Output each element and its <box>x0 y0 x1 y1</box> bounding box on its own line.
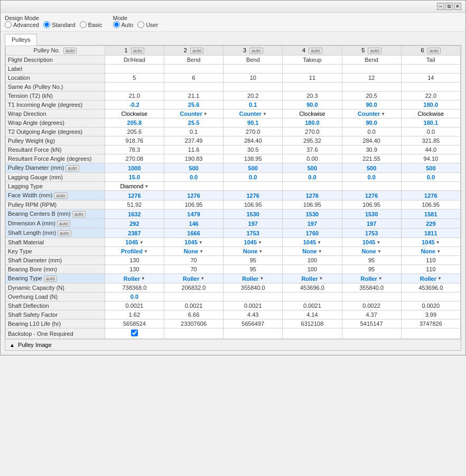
cell-r19-c4[interactable]: 1753 <box>342 228 401 238</box>
dropdown-arrow-icon[interactable]: ▼ <box>436 249 441 254</box>
dropdown-arrow-icon[interactable]: ▼ <box>141 276 145 281</box>
cell-r24-c0[interactable]: Roller▼ <box>105 274 164 283</box>
cell-r14-c0[interactable]: Diamond▼ <box>105 182 164 191</box>
cell-r26-c0[interactable]: 0.0 <box>105 292 164 301</box>
cell-r24-c5[interactable]: Roller▼ <box>401 274 460 283</box>
dropdown-arrow-icon[interactable]: ▼ <box>263 112 267 116</box>
cell-r24-c4[interactable]: Roller▼ <box>342 274 401 283</box>
tab-pulleys[interactable]: Pulleys <box>5 34 37 45</box>
cell-r15-c2[interactable]: 1276 <box>223 191 283 200</box>
cell-r7-c4[interactable]: 90.0 <box>342 118 401 127</box>
cell-r6-c1[interactable]: Counter▼ <box>164 109 223 118</box>
cell-r30-c0[interactable] <box>105 328 164 339</box>
cell-r21-c2[interactable]: None▼ <box>223 247 283 256</box>
cell-r18-c1[interactable]: 146 <box>164 219 223 228</box>
cell-r13-c5[interactable]: 0.0 <box>401 173 460 182</box>
dropdown-arrow-icon[interactable]: ▼ <box>258 240 262 245</box>
radio-auto[interactable]: Auto <box>113 21 134 28</box>
cell-r7-c5[interactable]: 180.1 <box>401 118 460 127</box>
radio-advanced[interactable]: Advanced <box>5 21 39 28</box>
table-container[interactable]: Pulley No. auto 1 auto 2 auto 3 <box>5 45 461 339</box>
pulley-image-bar[interactable]: ▲ Pulley Image <box>5 339 461 350</box>
restore-button[interactable]: ⧉ <box>445 3 453 10</box>
radio-standard[interactable]: Standard <box>43 21 76 28</box>
cell-r17-c5[interactable]: 1581 <box>401 209 460 219</box>
dropdown-arrow-icon[interactable]: ▼ <box>317 240 321 245</box>
dropdown-arrow-icon[interactable]: ▼ <box>200 276 204 281</box>
dropdown-arrow-icon[interactable]: ▼ <box>378 276 383 281</box>
cell-r7-c2[interactable]: 90.1 <box>223 118 283 127</box>
cell-r19-c5[interactable]: 1811 <box>401 228 460 238</box>
cell-r20-c1[interactable]: 1045▼ <box>164 238 223 247</box>
cell-r19-c3[interactable]: 1760 <box>283 228 342 238</box>
cell-r15-c4[interactable]: 1276 <box>342 191 401 200</box>
dropdown-arrow-icon[interactable]: ▼ <box>144 184 148 189</box>
cell-r6-c3[interactable]: Clockwise <box>283 109 342 118</box>
cell-r5-c1[interactable]: 25.6 <box>164 100 223 109</box>
dropdown-arrow-icon[interactable]: ▼ <box>203 112 208 116</box>
radio-user[interactable]: User <box>137 21 158 28</box>
dropdown-arrow-icon[interactable]: ▼ <box>318 249 322 254</box>
dropdown-arrow-icon[interactable]: ▼ <box>381 112 385 116</box>
cell-r6-c2[interactable]: Counter▼ <box>223 109 283 118</box>
cell-r17-c1[interactable]: 1479 <box>164 209 223 219</box>
cell-r24-c3[interactable]: Roller▼ <box>283 274 342 283</box>
cell-r19-c1[interactable]: 1666 <box>164 228 223 238</box>
cell-r13-c3[interactable]: 0.0 <box>283 173 342 182</box>
dropdown-arrow-icon[interactable]: ▼ <box>376 240 380 245</box>
dropdown-arrow-icon[interactable]: ▼ <box>437 276 442 281</box>
cell-r20-c0[interactable]: 1045▼ <box>105 238 164 247</box>
cell-r6-c5[interactable]: Clockwise <box>401 109 460 118</box>
dropdown-arrow-icon[interactable]: ▼ <box>144 249 148 254</box>
cell-r12-c5[interactable]: 500 <box>401 163 460 173</box>
cell-r21-c3[interactable]: None▼ <box>283 247 342 256</box>
cell-r20-c4[interactable]: 1045▼ <box>342 238 401 247</box>
cell-r15-c5[interactable]: 1276 <box>401 191 460 200</box>
cell-r17-c0[interactable]: 1632 <box>105 209 164 219</box>
cell-r19-c2[interactable]: 1753 <box>223 228 283 238</box>
dropdown-arrow-icon[interactable]: ▼ <box>436 240 440 245</box>
cell-r17-c3[interactable]: 1530 <box>283 209 342 219</box>
cell-r5-c2[interactable]: 0.1 <box>223 100 283 109</box>
cell-r20-c5[interactable]: 1045▼ <box>401 238 460 247</box>
cell-r6-c4[interactable]: Counter▼ <box>342 109 401 118</box>
cell-r15-c1[interactable]: 1276 <box>164 191 223 200</box>
cell-r12-c3[interactable]: 500 <box>283 163 342 173</box>
cell-r6-c0[interactable]: Clockwise <box>105 109 164 118</box>
cell-r18-c5[interactable]: 229 <box>401 219 460 228</box>
cell-r13-c2[interactable]: 0.0 <box>223 173 283 182</box>
cell-r21-c1[interactable]: None▼ <box>164 247 223 256</box>
cell-r17-c2[interactable]: 1530 <box>223 209 283 219</box>
cell-r18-c2[interactable]: 197 <box>223 219 283 228</box>
cell-r18-c0[interactable]: 292 <box>105 219 164 228</box>
cell-r12-c2[interactable]: 500 <box>223 163 283 173</box>
cell-r21-c4[interactable]: None▼ <box>342 247 401 256</box>
cell-r12-c1[interactable]: 500 <box>164 163 223 173</box>
cell-r13-c0[interactable]: 15.0 <box>105 173 164 182</box>
cell-r7-c0[interactable]: 205.8 <box>105 118 164 127</box>
cell-r17-c4[interactable]: 1530 <box>342 209 401 219</box>
close-button[interactable]: ✕ <box>454 3 461 10</box>
cell-r24-c2[interactable]: Roller▼ <box>223 274 283 283</box>
cell-r24-c1[interactable]: Roller▼ <box>164 274 223 283</box>
cell-r18-c4[interactable]: 197 <box>342 219 401 228</box>
cell-r5-c0[interactable]: -0.2 <box>105 100 164 109</box>
radio-basic[interactable]: Basic <box>80 21 102 28</box>
dropdown-arrow-icon[interactable]: ▼ <box>259 249 263 254</box>
cell-r15-c0[interactable]: 1276 <box>105 191 164 200</box>
dropdown-arrow-icon[interactable]: ▼ <box>199 240 203 245</box>
cell-r7-c3[interactable]: 180.0 <box>283 118 342 127</box>
dropdown-arrow-icon[interactable]: ▼ <box>259 276 264 281</box>
dropdown-arrow-icon[interactable]: ▼ <box>319 276 323 281</box>
cell-r20-c3[interactable]: 1045▼ <box>283 238 342 247</box>
dropdown-arrow-icon[interactable]: ▼ <box>199 249 203 254</box>
cell-r19-c0[interactable]: 2387 <box>105 228 164 238</box>
cell-r13-c1[interactable]: 0.0 <box>164 173 223 182</box>
cell-r13-c4[interactable]: 0.0 <box>342 173 401 182</box>
dropdown-arrow-icon[interactable]: ▼ <box>139 240 144 245</box>
cell-r5-c3[interactable]: 90.0 <box>283 100 342 109</box>
cell-r18-c3[interactable]: 197 <box>283 219 342 228</box>
cell-r21-c0[interactable]: Profiled▼ <box>105 247 164 256</box>
cell-r5-c5[interactable]: 180.0 <box>401 100 460 109</box>
dropdown-arrow-icon[interactable]: ▼ <box>377 249 381 254</box>
